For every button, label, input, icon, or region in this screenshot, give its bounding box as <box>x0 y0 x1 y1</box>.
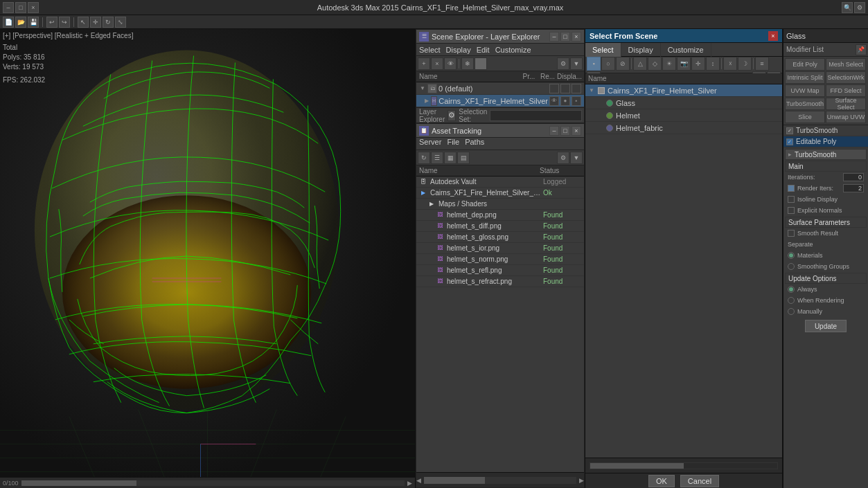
scene-expand-helmet[interactable] <box>596 112 603 119</box>
explicit-checkbox[interactable] <box>788 207 795 214</box>
layer-check-ren-1[interactable]: ● <box>560 96 570 106</box>
close-layer-btn[interactable]: × <box>572 32 581 42</box>
smooth-result-checkbox[interactable] <box>788 230 795 237</box>
mod-quick-surfacesel[interactable]: Surface Select <box>826 98 866 110</box>
minimize-asset-btn[interactable]: – <box>549 126 559 136</box>
layer-menu-select[interactable]: Select <box>419 46 441 54</box>
asset-row-gloss[interactable]: 🖼 helmet_s_gloss.png Found <box>416 232 584 243</box>
scene-geo-btn[interactable]: △ <box>633 57 647 71</box>
layer-menu-customize[interactable]: Customize <box>495 46 531 54</box>
scroll-track[interactable] <box>21 480 405 486</box>
open-icon[interactable]: 📂 <box>15 17 26 28</box>
viewport-scrollbar[interactable]: 0/100 ▶ <box>0 477 415 488</box>
viewport[interactable]: [+] [Perspective] [Realistic + Edged Fac… <box>0 29 416 488</box>
mod-quick-meshsel[interactable]: Mesh Select <box>826 58 866 71</box>
asset-row-ior[interactable]: 🖼 helmet_s_ior.png Found <box>416 243 584 254</box>
layer-hide-btn[interactable]: 👁 <box>444 57 457 70</box>
scene-helper-btn[interactable]: ✛ <box>691 57 705 71</box>
scene-scrollbar[interactable] <box>590 462 778 469</box>
scene-expand-fabric[interactable] <box>596 125 603 132</box>
asset-row-refract[interactable]: 🖼 helmet_s_refract.png Found <box>416 276 584 287</box>
scene-light-btn[interactable]: ☀ <box>662 57 676 71</box>
asset-list[interactable]: 🗄 Autodesk Vault Logged ▶ Cairns_XF1_Fir… <box>416 177 584 472</box>
scene-expand-root[interactable]: ▼ <box>588 87 595 94</box>
scene-deselect-btn[interactable]: ○ <box>601 57 615 71</box>
asset-row-refl[interactable]: 🖼 helmet_s_refl.png Found <box>416 265 584 276</box>
search-icon[interactable]: 🔍 <box>842 2 853 13</box>
layer-check-ren-0[interactable] <box>560 84 570 93</box>
minimize-btn[interactable]: – <box>3 2 14 13</box>
layer-check-pri-0[interactable] <box>549 84 559 93</box>
isoline-checkbox[interactable] <box>788 196 795 203</box>
mod-quick-intrinsic[interactable]: Intrinsic Split <box>785 71 825 84</box>
layer-delete-btn[interactable]: × <box>431 57 443 70</box>
scene-row-helmet[interactable]: Helmet <box>585 109 782 122</box>
asset-row-maxfile[interactable]: ▶ Cairns_XF1_Fire_Helmet_Silver_max_vray… <box>416 188 584 199</box>
scene-object-list[interactable]: ▼ Cairns_XF1_Fire_Helmet_Silver Glass <box>585 84 782 458</box>
scene-bone-btn[interactable]: ☓ <box>723 57 737 71</box>
materials-radio[interactable] <box>788 252 795 259</box>
mod-quick-slice[interactable]: Slice <box>785 111 825 123</box>
mod-row-turbosmooth[interactable]: ✓ TurboSmooth <box>783 125 868 136</box>
layer-check-pri-1[interactable]: 👁 <box>549 96 559 106</box>
scene-row-helmet-root[interactable]: ▼ Cairns_XF1_Fire_Helmet_Silver <box>585 84 782 97</box>
asset-row-maps[interactable]: ▶ Maps / Shaders <box>416 199 584 210</box>
mod-row-editablepoly[interactable]: ✓ Editable Poly <box>783 136 868 147</box>
always-radio[interactable] <box>788 286 795 293</box>
scene-close-btn[interactable]: × <box>768 31 778 41</box>
asset-filter-btn[interactable]: ▼ <box>570 152 583 164</box>
scroll-thumb[interactable] <box>21 480 136 486</box>
minimize-layer-btn[interactable]: – <box>549 32 559 42</box>
settings-icon[interactable]: ⚙ <box>854 2 865 13</box>
maximize-layer-btn[interactable]: □ <box>560 32 570 42</box>
scene-biped-btn[interactable]: ☽ <box>738 57 752 71</box>
asset-list-btn[interactable]: ☰ <box>431 152 443 164</box>
asset-titlebar-controls[interactable]: – □ × <box>549 126 581 136</box>
scene-scroll-thumb[interactable] <box>590 463 684 469</box>
maximize-btn[interactable]: □ <box>15 2 26 13</box>
layer-row-helmet[interactable]: ▶ H Cairns_XF1_Fire_Helmet_Silver 👁 ● ▪ <box>416 95 584 107</box>
turbosmooth-header[interactable]: ▸ TurboSmooth <box>785 149 867 160</box>
asset-row-vault[interactable]: 🗄 Autodesk Vault Logged <box>416 177 584 188</box>
redo-icon[interactable]: ↪ <box>59 17 70 28</box>
close-asset-btn[interactable]: × <box>572 126 581 136</box>
layer-menu-edit[interactable]: Edit <box>477 46 490 54</box>
scroll-btn-right[interactable]: ▶ <box>407 480 412 487</box>
layer-check-disp-0[interactable] <box>572 84 581 93</box>
iterations-value[interactable]: 0 <box>843 173 864 181</box>
layer-menu-display[interactable]: Display <box>446 46 471 54</box>
layer-expand-0[interactable]: ▼ <box>419 85 426 92</box>
layer-expand-1[interactable]: ▶ <box>425 98 429 105</box>
mod-quick-unwrap[interactable]: Unwrap UVW <box>826 111 866 123</box>
layer-footer-icon[interactable]: ⚙ <box>448 110 456 121</box>
scene-space-btn[interactable]: ↕ <box>706 57 720 71</box>
when-rendering-radio[interactable] <box>788 297 795 304</box>
main-section-header[interactable]: Main <box>785 161 867 172</box>
mod-check-ts[interactable]: ✓ <box>786 127 793 134</box>
scene-camera-btn[interactable]: 📷 <box>677 57 691 71</box>
layer-check-disp-1[interactable]: ▪ <box>572 96 581 106</box>
asset-scroll-left[interactable]: ◀ <box>416 477 421 484</box>
asset-row-diff[interactable]: 🖼 helmet_s_diff.png Found <box>416 221 584 232</box>
undo-icon[interactable]: ↩ <box>46 17 57 28</box>
layer-settings-btn[interactable]: ⚙ <box>557 57 569 70</box>
mod-pin-btn[interactable]: 📌 <box>856 44 867 55</box>
scene-expand-glass[interactable] <box>596 100 603 107</box>
rotate-icon[interactable]: ↻ <box>103 17 114 28</box>
modifier-stack[interactable]: ✓ TurboSmooth ✓ Editable Poly <box>783 125 868 147</box>
scene-shape-btn[interactable]: ◇ <box>648 57 662 71</box>
render-iters-value[interactable]: 2 <box>843 184 864 192</box>
mod-check-ep[interactable]: ✓ <box>786 138 793 145</box>
scene-row-glass[interactable]: Glass <box>585 97 782 109</box>
titlebar-controls[interactable]: – □ × <box>549 32 581 42</box>
mod-quick-selection[interactable]: SelectionWrk <box>826 71 866 84</box>
asset-grid-btn[interactable]: ▦ <box>444 152 457 164</box>
window-controls[interactable]: – □ × <box>3 2 39 13</box>
save-icon[interactable]: 💾 <box>28 17 39 28</box>
asset-refresh-btn[interactable]: ↻ <box>418 152 430 164</box>
scene-tab-select[interactable]: Select <box>585 43 621 57</box>
mod-quick-ffd[interactable]: FFD Select <box>826 84 866 97</box>
asset-row-dep[interactable]: 🖼 helmet_dep.png Found <box>416 210 584 221</box>
surface-section-header[interactable]: Surface Parameters <box>785 217 867 228</box>
update-btn[interactable]: Update <box>805 320 847 332</box>
